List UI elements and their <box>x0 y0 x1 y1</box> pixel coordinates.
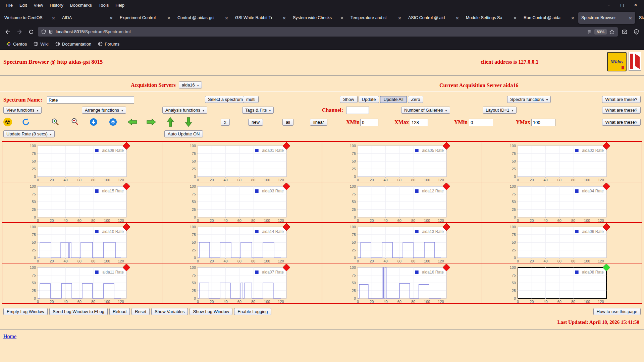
tab-system-wide-checks[interactable]: System wide Checks× <box>290 12 347 24</box>
analysis-functions-dropdown[interactable]: Analysis functions <box>162 107 207 114</box>
url-bar[interactable]: localhost:8015/Spectrum/Spectrum.tml 80% <box>38 27 618 37</box>
spectrum-chart-aida14-rate[interactable]: 0255075100020406080100120aida14 Rate <box>162 223 322 263</box>
acquisition-server-select[interactable]: aida16 <box>179 81 202 88</box>
tab-control-aidas-gsi[interactable]: Control @ aidas-gsi× <box>174 12 231 24</box>
reset-button[interactable]: Reset <box>131 308 150 315</box>
menu-help[interactable]: Help <box>112 2 127 9</box>
reload-button[interactable] <box>26 27 36 37</box>
number-of-galleries-dropdown[interactable]: Number of Galleries <box>401 107 450 114</box>
menu-tools[interactable]: Tools <box>96 2 112 9</box>
home-link[interactable]: Home <box>3 334 16 340</box>
xmin-input[interactable] <box>360 119 378 126</box>
tab-close-icon[interactable]: × <box>455 15 459 20</box>
reader-mode-icon[interactable] <box>587 29 592 34</box>
tab-close-icon[interactable]: × <box>513 15 517 20</box>
spectrum-chart-aida04-rate[interactable]: 0255075100020406080100120aida04 Rate <box>482 182 642 223</box>
tab-welcome-to-centos[interactable]: Welcome to CentOS× <box>1 12 58 24</box>
move-up-icon[interactable] <box>109 118 117 126</box>
show-variables-button[interactable]: Show Variables <box>151 308 188 315</box>
minimize-button[interactable]: – <box>604 3 613 7</box>
next-arrow-icon[interactable] <box>146 118 156 126</box>
tab-run-control-aida[interactable]: Run Control @ aida× <box>521 12 578 24</box>
menu-bookmarks[interactable]: Bookmarks <box>67 2 95 9</box>
zoom-level-badge[interactable]: 80% <box>594 29 607 35</box>
tab-close-icon[interactable]: × <box>629 15 632 20</box>
what-are-these-button-2[interactable]: What are these? <box>602 107 641 114</box>
site-info-icon[interactable] <box>49 29 53 34</box>
tags-fits-dropdown[interactable]: Tags & Fits <box>242 107 274 114</box>
tab-close-icon[interactable]: × <box>282 15 286 20</box>
multi-button[interactable]: multi <box>243 96 259 103</box>
tab-asic-control-aid[interactable]: ASIC Control @ aid× <box>405 12 462 24</box>
zoom-out-icon[interactable] <box>70 118 79 126</box>
x-button[interactable]: x <box>221 119 230 126</box>
spectrum-chart-aida03-rate[interactable]: 0255075100020406080100120aida03 Rate <box>162 182 322 223</box>
spectrum-chart-aida11-rate[interactable]: 0255075100020406080100120aida11 Rate <box>2 263 162 304</box>
arrange-functions-dropdown[interactable]: Arrange functions <box>82 107 126 114</box>
save-to-pocket-button[interactable] <box>620 27 630 37</box>
tab-aida[interactable]: AIDA× <box>59 12 116 24</box>
spectrum-chart-aida02-rate[interactable]: 0255075100020406080100120aida02 Rate <box>482 141 642 182</box>
tab-close-icon[interactable]: × <box>398 15 401 20</box>
spectrum-chart-aida06-rate[interactable]: 0255075100020406080100120aida06 Rate <box>482 223 642 263</box>
maximize-button[interactable]: ▢ <box>618 3 627 7</box>
tab-spectrum-browser[interactable]: Spectrum Browser× <box>578 12 635 24</box>
send-log-window-to-elog-button[interactable]: Send Log Window to ELog <box>49 308 108 315</box>
how-to-use-button[interactable]: How to use this page <box>593 308 641 315</box>
tab-close-icon[interactable]: × <box>571 15 575 20</box>
update-button[interactable]: Update <box>359 96 379 103</box>
update-all-button[interactable]: Update All <box>380 96 407 103</box>
account-shield-button[interactable] <box>631 27 641 37</box>
refresh-icon[interactable] <box>21 118 30 126</box>
what-are-these-button-3[interactable]: What are these? <box>602 119 641 126</box>
spectrum-chart-aida01-rate[interactable]: 0255075100020406080100120aida01 Rate <box>162 141 322 182</box>
close-button[interactable]: ✕ <box>631 3 640 7</box>
ymax-input[interactable] <box>531 119 555 126</box>
spectrum-chart-aida10-rate[interactable]: 0255075100020406080100120aida10 Rate <box>2 223 162 263</box>
radiation-icon[interactable]: ☢ <box>3 118 12 126</box>
update-rate-dropdown[interactable]: Update Rate (8 secs) <box>3 130 55 137</box>
back-button[interactable] <box>3 27 13 37</box>
menu-view[interactable]: View <box>31 2 46 9</box>
spectrum-chart-aida15-rate[interactable]: 0255075100020406080100120aida15 Rate <box>2 182 162 223</box>
tab-close-icon[interactable]: × <box>109 15 113 20</box>
tab-statistics-aidas[interactable]: Statistics @ aidas-× <box>636 12 644 24</box>
show-button[interactable]: Show <box>340 96 358 103</box>
spectrum-chart-aida13-rate[interactable]: 0255075100020406080100120aida13 Rate <box>322 223 482 263</box>
zero-button[interactable]: Zero <box>408 96 424 103</box>
spectrum-chart-aida16-rate[interactable]: 0255075100020406080100120aida16 Rate <box>322 263 482 304</box>
menu-edit[interactable]: Edit <box>16 2 30 9</box>
tab-close-icon[interactable]: × <box>225 15 228 20</box>
what-are-these-button-1[interactable]: What are these? <box>602 96 641 103</box>
empty-log-window-button[interactable]: Empty Log Window <box>3 308 48 315</box>
spectrum-name-input[interactable] <box>47 96 134 104</box>
up-arrow-icon[interactable] <box>167 117 174 127</box>
bookmark-centos[interactable]: Centos <box>3 40 30 48</box>
tab-close-icon[interactable]: × <box>167 15 171 20</box>
new-button[interactable]: new <box>248 119 263 126</box>
tab-gsi-white-rabbit-tr[interactable]: GSI White Rabbit Tr× <box>232 12 289 24</box>
tab-experiment-control[interactable]: Experiment Control× <box>117 12 174 24</box>
spectrum-chart-aida09-rate[interactable]: 0255075100020406080100120aida09 Rate <box>2 141 162 182</box>
menu-history[interactable]: History <box>47 2 66 9</box>
linear-button[interactable]: linear <box>310 119 327 126</box>
bookmark-star-icon[interactable] <box>609 29 614 34</box>
spectrum-chart-aida07-rate[interactable]: 0255075100020406080100120aida07 Rate <box>162 263 322 304</box>
reload-button[interactable]: Reload <box>109 308 130 315</box>
enable-logging-button[interactable]: Enable Logging <box>234 308 271 315</box>
tracking-shield-icon[interactable] <box>41 29 46 34</box>
bookmark-wiki[interactable]: Wiki <box>31 40 52 48</box>
spectrum-chart-aida12-rate[interactable]: 0255075100020406080100120aida12 Rate <box>322 182 482 223</box>
zoom-in-icon[interactable] <box>51 118 60 126</box>
ymin-input[interactable] <box>469 119 493 126</box>
move-down-icon[interactable] <box>89 118 98 126</box>
spectra-functions-dropdown[interactable]: Spectra functions <box>507 96 551 103</box>
tab-close-icon[interactable]: × <box>52 15 55 20</box>
layout-id-dropdown[interactable]: Layout ID=1 <box>483 107 517 114</box>
spectrum-chart-aida05-rate[interactable]: 0255075100020406080100120aida05 Rate <box>322 141 482 182</box>
auto-update-button[interactable]: Auto Update ON <box>164 130 203 137</box>
bookmark-documentation[interactable]: Documentation <box>52 40 94 48</box>
all-button[interactable]: all <box>282 119 293 126</box>
show-log-window-button[interactable]: Show Log Window <box>190 308 232 315</box>
forward-button[interactable] <box>14 27 24 37</box>
